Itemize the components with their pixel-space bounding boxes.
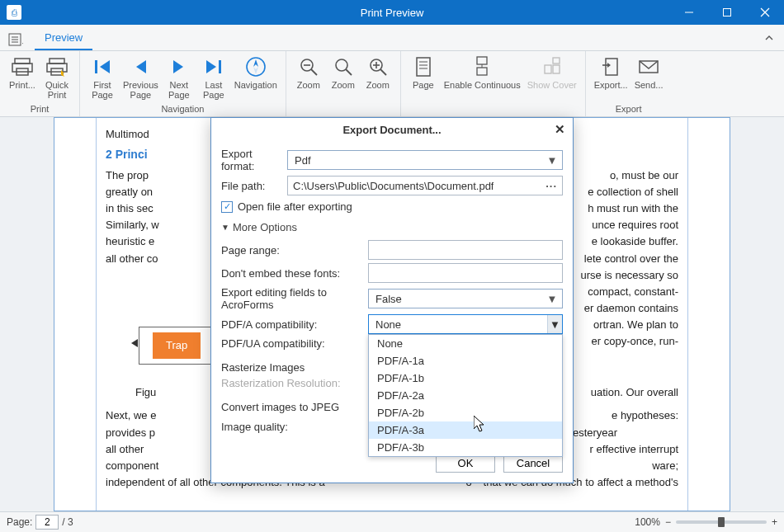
- minimize-button[interactable]: [670, 0, 708, 25]
- doc-text: greatly on: [106, 184, 153, 200]
- cover-icon: [540, 54, 564, 79]
- pdfa-option[interactable]: PDF/A-2a: [369, 387, 562, 404]
- chevron-down-icon: ▼: [545, 154, 559, 167]
- last-page-button[interactable]: Last Page: [196, 53, 231, 101]
- window-title: Print Preview: [361, 7, 424, 19]
- previous-page-icon: [128, 54, 153, 79]
- pdfa-option[interactable]: PDF/A-1b: [369, 370, 562, 387]
- doc-text: uation. Our overall: [591, 384, 678, 401]
- quick-print-button[interactable]: Quick Print: [40, 53, 74, 101]
- pdfa-combo[interactable]: None ▼: [368, 314, 563, 334]
- pdfa-option[interactable]: PDF/A-3b: [369, 439, 562, 456]
- pdfa-option[interactable]: PDF/A-3a: [369, 421, 562, 439]
- doc-text: provides p: [106, 425, 155, 441]
- print-button[interactable]: Print...: [5, 53, 40, 92]
- doc-text: er copy-once, run-: [592, 333, 679, 350]
- doc-text: h must run with the: [588, 200, 678, 217]
- svg-rect-43: [553, 58, 560, 64]
- rasterize-res-label: Rasterization Resolution:: [221, 377, 368, 389]
- zoom-out-button[interactable]: Zoom: [291, 53, 326, 92]
- zoom-in-icon: [366, 54, 390, 79]
- doc-text: all other: [106, 441, 144, 458]
- maximize-button[interactable]: [708, 0, 746, 25]
- zoom-slider[interactable]: [676, 520, 767, 524]
- svg-rect-9: [15, 59, 30, 64]
- doc-text: unce requires root: [592, 217, 678, 233]
- doc-text: in this sec: [106, 200, 153, 217]
- export-format-combo[interactable]: Pdf ▼: [287, 150, 563, 170]
- doc-text: lete control over the: [584, 251, 678, 267]
- doc-text: Next, we e: [106, 407, 156, 424]
- chevron-down-icon: ▼: [547, 315, 562, 333]
- doc-text: component: [106, 458, 158, 474]
- first-page-button[interactable]: First Page: [85, 53, 120, 101]
- svg-rect-12: [50, 59, 64, 64]
- page-range-input[interactable]: [368, 240, 563, 260]
- combo-value: None: [375, 318, 401, 331]
- pdfa-label: PDF/A compatibility:: [221, 318, 368, 331]
- svg-rect-1: [724, 9, 731, 16]
- printer-icon: [10, 54, 35, 79]
- dialog-close-button[interactable]: ✕: [551, 121, 568, 138]
- doc-text: ware;: [652, 458, 678, 474]
- svg-rect-42: [553, 65, 560, 73]
- combo-value: Pdf: [295, 154, 311, 167]
- ribbon-group-export: Export... Send... Export: [586, 51, 672, 116]
- zoom-button[interactable]: Zoom: [326, 53, 361, 92]
- svg-marker-23: [253, 59, 258, 67]
- page-button[interactable]: Page: [406, 53, 441, 92]
- next-page-button[interactable]: Next Page: [162, 53, 196, 101]
- zoom-out-small-button[interactable]: −: [665, 516, 671, 528]
- titlebar: ⎙ Print Preview: [0, 0, 784, 25]
- doc-text: r effective interrupt: [590, 441, 678, 458]
- current-page-input[interactable]: [35, 515, 59, 530]
- pdfa-option[interactable]: None: [369, 335, 562, 352]
- dialog-title: Export Document...: [342, 124, 441, 136]
- enable-continuous-button[interactable]: Enable Continuous: [441, 53, 524, 92]
- app-icon: ⎙: [7, 5, 21, 20]
- app-window: ⎙ Print Preview Preview Print...: [0, 0, 784, 532]
- export-icon: [598, 54, 623, 79]
- send-button[interactable]: Send...: [631, 53, 667, 92]
- previous-page-button[interactable]: Previous Page: [120, 53, 162, 101]
- svg-marker-18: [136, 60, 146, 73]
- ribbon-group-print: Print... Quick Print Print: [0, 51, 80, 116]
- browse-button[interactable]: ···: [545, 180, 557, 192]
- file-path-input[interactable]: C:\Users\Public\Documents\Document.pdf ·…: [287, 176, 563, 195]
- file-path-label: File path:: [221, 180, 287, 192]
- export-button[interactable]: Export...: [591, 53, 631, 92]
- doc-text: e hypotheses:: [612, 407, 678, 424]
- pdfa-dropdown[interactable]: NonePDF/A-1aPDF/A-1bPDF/A-2aPDF/A-2bPDF/…: [368, 334, 563, 457]
- collapse-ribbon-button[interactable]: [763, 31, 776, 45]
- pdfa-option[interactable]: PDF/A-2b: [369, 404, 562, 421]
- close-button[interactable]: [746, 0, 784, 25]
- doc-text: ortran. We plan to: [592, 317, 679, 333]
- tabstrip: Preview: [0, 25, 784, 51]
- continuous-icon: [470, 54, 494, 79]
- doc-text: e collection of shell: [588, 184, 678, 200]
- svg-rect-38: [477, 57, 487, 64]
- tab-preview[interactable]: Preview: [35, 26, 92, 50]
- acroforms-combo[interactable]: False ▼: [368, 289, 563, 308]
- doc-text: all other co: [106, 251, 158, 267]
- ribbon-group-page: Page Enable Continuous Show Cover: [401, 51, 586, 116]
- doc-text: urse is necessary so: [581, 267, 679, 284]
- first-page-icon: [90, 54, 115, 79]
- file-menu-button[interactable]: [5, 29, 26, 50]
- no-embed-fonts-input[interactable]: [368, 263, 563, 283]
- ribbon-group-zoom: Zoom Zoom Zoom: [286, 51, 401, 116]
- zoom-in-small-button[interactable]: +: [772, 516, 777, 528]
- chevron-down-icon: ▼: [545, 293, 559, 305]
- doc-text: o, must be our: [610, 167, 678, 184]
- export-dialog: Export Document... ✕ Export format: Pdf …: [210, 117, 574, 483]
- navigation-button[interactable]: Navigation: [231, 53, 281, 92]
- svg-rect-13: [47, 64, 67, 72]
- open-after-checkbox[interactable]: ✓: [221, 201, 233, 213]
- convert-jpeg-label: Convert images to JPEG: [221, 401, 368, 413]
- svg-line-26: [311, 69, 317, 75]
- zoom-in-button[interactable]: Zoom: [361, 53, 395, 92]
- ribbon-group-navigation: First Page Previous Page Next Page Last …: [80, 51, 286, 116]
- more-options-toggle[interactable]: ▼ More Options: [221, 221, 563, 233]
- svg-rect-41: [545, 65, 551, 73]
- pdfa-option[interactable]: PDF/A-1a: [369, 352, 562, 370]
